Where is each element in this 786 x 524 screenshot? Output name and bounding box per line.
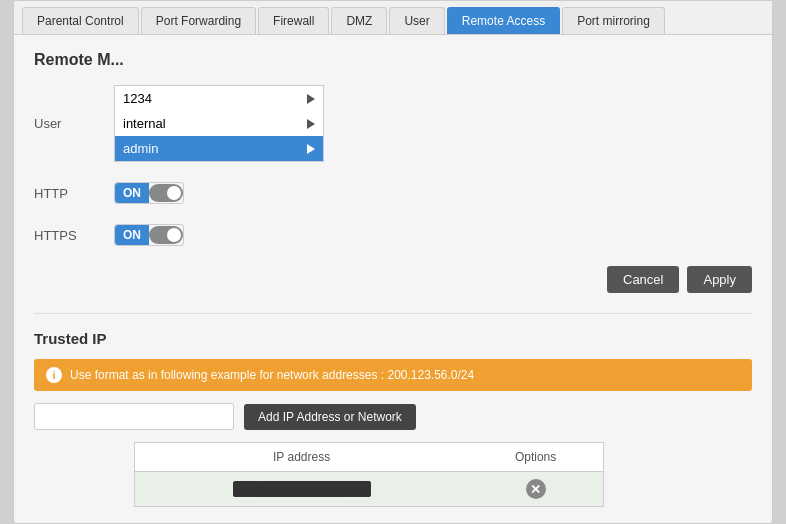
tab-firewall[interactable]: Firewall <box>258 7 329 34</box>
dropdown-item-1234[interactable]: 1234 <box>115 86 323 111</box>
https-label: HTTPS <box>34 228 114 243</box>
page-title: Remote M... <box>34 51 752 69</box>
trusted-ip-title: Trusted IP <box>34 330 752 347</box>
user-form-row: User 1234 internal admin <box>34 85 752 162</box>
options-cell: ✕ <box>468 472 603 507</box>
remove-ip-button[interactable]: ✕ <box>526 479 546 499</box>
tab-remote-access[interactable]: Remote Access <box>447 7 560 34</box>
https-toggle-switch[interactable] <box>149 226 183 244</box>
info-icon: i <box>46 367 62 383</box>
http-label: HTTP <box>34 186 114 201</box>
ip-input[interactable] <box>34 403 234 430</box>
main-container: Parental Control Port Forwarding Firewal… <box>13 0 773 524</box>
https-row: HTTPS ON <box>34 224 752 246</box>
info-message: Use format as in following example for n… <box>70 368 474 382</box>
cancel-button[interactable]: Cancel <box>607 266 679 293</box>
tab-dmz[interactable]: DMZ <box>331 7 387 34</box>
info-banner: i Use format as in following example for… <box>34 359 752 391</box>
http-toggle-group[interactable]: ON <box>114 182 184 204</box>
http-toggle-switch[interactable] <box>149 184 183 202</box>
tab-bar: Parental Control Port Forwarding Firewal… <box>14 1 772 35</box>
tab-port-mirroring[interactable]: Port mirroring <box>562 7 665 34</box>
http-toggle-on-label: ON <box>115 183 149 203</box>
content-area: Remote M... User 1234 internal admin <box>14 35 772 523</box>
ip-table: IP address Options ██████████ ✕ <box>134 442 604 507</box>
dropdown-item-admin[interactable]: admin <box>115 136 323 161</box>
tab-parental-control[interactable]: Parental Control <box>22 7 139 34</box>
tab-user[interactable]: User <box>389 7 444 34</box>
tab-port-forwarding[interactable]: Port Forwarding <box>141 7 256 34</box>
dropdown-box[interactable]: 1234 internal admin <box>114 85 324 162</box>
ip-redacted-value: ██████████ <box>233 481 371 497</box>
arrow-right-icon-2 <box>307 119 315 129</box>
user-label: User <box>34 116 114 131</box>
http-row: HTTP ON <box>34 182 752 204</box>
arrow-right-icon <box>307 94 315 104</box>
https-toggle-on-label: ON <box>115 225 149 245</box>
ip-input-row: Add IP Address or Network <box>34 403 752 430</box>
dropdown-item-internal[interactable]: internal <box>115 111 323 136</box>
arrow-right-icon-3 <box>307 144 315 154</box>
ip-address-cell: ██████████ <box>135 472 469 507</box>
user-dropdown[interactable]: 1234 internal admin <box>114 85 324 162</box>
options-header: Options <box>468 443 603 472</box>
apply-button[interactable]: Apply <box>687 266 752 293</box>
section-divider <box>34 313 752 314</box>
table-row: ██████████ ✕ <box>135 472 604 507</box>
https-toggle-group[interactable]: ON <box>114 224 184 246</box>
add-ip-button[interactable]: Add IP Address or Network <box>244 404 416 430</box>
action-buttons: Cancel Apply <box>34 266 752 293</box>
ip-address-header: IP address <box>135 443 469 472</box>
